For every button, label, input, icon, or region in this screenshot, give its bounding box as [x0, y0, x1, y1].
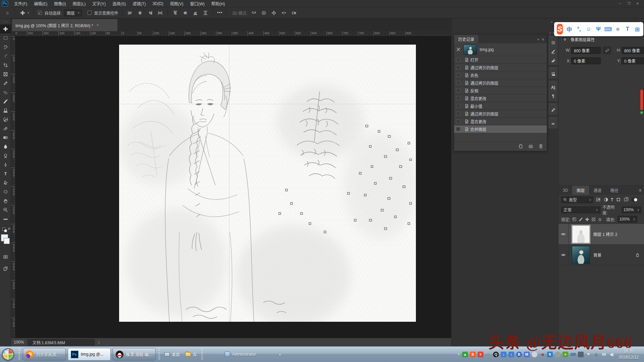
history-source-checkbox[interactable]: [456, 104, 460, 108]
lock-artboard-icon[interactable]: [591, 217, 596, 222]
lock-pixels-icon[interactable]: [579, 217, 583, 222]
user-toolbar[interactable]: Administrator: [225, 352, 256, 357]
toolbar-overflow-icon[interactable]: »: [279, 352, 281, 357]
auto-select-checkbox[interactable]: ✓: [38, 11, 42, 15]
taskbtn-qq[interactable]: 雁潭·湘枫·幽...: [113, 348, 156, 361]
history-entry[interactable]: 合并图层: [454, 125, 547, 133]
clone-source-panel-icon[interactable]: [548, 69, 558, 78]
filter-smart-objects-icon[interactable]: [623, 197, 629, 202]
screen-mode-button[interactable]: [0, 264, 11, 273]
history-source-checkbox[interactable]: [456, 112, 460, 116]
desktop-toolbar[interactable]: 桌面: [164, 352, 180, 357]
panel-collapse-icon[interactable]: »: [537, 37, 539, 41]
paragraph-panel-icon[interactable]: ¶: [548, 92, 558, 101]
status-chevron-icon[interactable]: 〉: [98, 340, 102, 345]
canvas[interactable]: [119, 45, 416, 322]
tab-layers[interactable]: 图层: [572, 186, 589, 195]
distribute-v-icon[interactable]: [202, 9, 209, 16]
ellipse-tool[interactable]: [0, 187, 11, 196]
tab-paths[interactable]: 路径: [606, 186, 623, 195]
layer-thumbnail[interactable]: [572, 225, 590, 243]
maximize-icon[interactable]: ❐: [625, 1, 633, 6]
tab-close-icon[interactable]: ×: [97, 23, 99, 27]
height-field[interactable]: 800 像素: [622, 47, 644, 54]
sogou-account-icon[interactable]: ☻: [614, 25, 621, 33]
sogou-voice-icon[interactable]: Ψ: [595, 25, 602, 33]
character-panel-icon[interactable]: A|: [548, 83, 558, 92]
swap-colors-icon[interactable]: ⇄: [8, 227, 10, 230]
show-transform-checkbox[interactable]: [88, 11, 92, 15]
gradient-tool[interactable]: [0, 133, 11, 142]
history-source-checkbox[interactable]: [456, 81, 460, 85]
delete-state-icon[interactable]: [538, 144, 543, 149]
history-source-checkbox[interactable]: [456, 88, 460, 93]
color-swatches[interactable]: [0, 234, 11, 248]
history-entry[interactable]: 打开: [454, 56, 547, 64]
eyedropper-tool[interactable]: [0, 79, 11, 88]
toolbar-grip[interactable]: [3, 19, 8, 23]
crop-tool[interactable]: [0, 61, 11, 70]
menu-item[interactable]: 滤镜(T): [129, 0, 149, 7]
move-tool[interactable]: [0, 24, 11, 34]
history-entry[interactable]: 通过拷贝的图层: [454, 79, 547, 87]
new-document-from-state-icon[interactable]: [518, 144, 523, 149]
brush-settings-panel-icon[interactable]: [548, 47, 558, 56]
align-left-icon[interactable]: [127, 9, 133, 16]
close-icon[interactable]: ✕: [634, 1, 641, 6]
move-tool-icon[interactable]: [19, 9, 26, 16]
layer-filter-dropdown[interactable]: 类型 ∨: [561, 196, 593, 203]
tool-preset-chevron-icon[interactable]: ∨: [27, 11, 30, 14]
history-entry[interactable]: 通过拷贝的图层: [454, 64, 547, 71]
distribute-h-icon[interactable]: [157, 9, 164, 16]
properties-panel-icon[interactable]: [548, 38, 558, 47]
pen-tool[interactable]: [0, 160, 11, 169]
sogou-skin-icon[interactable]: T: [624, 25, 631, 33]
history-entry[interactable]: 通过拷贝的图层: [454, 110, 547, 118]
layer-row-copy2[interactable]: 图层 1 拷贝 2: [558, 224, 644, 245]
history-source-checkbox[interactable]: [456, 119, 460, 123]
sogou-tone-icon[interactable]: °,: [576, 25, 582, 33]
history-panel-tab[interactable]: 历史记录: [454, 35, 478, 43]
history-entry[interactable]: 去色: [454, 71, 547, 79]
brush-tool[interactable]: [0, 97, 11, 106]
tab-3d[interactable]: 3D: [558, 186, 572, 195]
3d-camera-icon[interactable]: [290, 9, 297, 16]
tray-expand-icon[interactable]: »: [457, 353, 462, 356]
path-select-tool[interactable]: [0, 178, 11, 187]
y-field[interactable]: 0 像素: [622, 57, 644, 64]
align-bottom-icon[interactable]: [192, 9, 199, 16]
layer-thumbnail[interactable]: [572, 246, 590, 264]
tray-sogou-icon[interactable]: S: [470, 352, 476, 357]
width-field[interactable]: 800 像素: [571, 47, 601, 54]
history-source-checkbox[interactable]: [456, 73, 460, 77]
menu-item[interactable]: 窗口(W): [187, 0, 208, 7]
quick-mask-button[interactable]: [0, 252, 11, 261]
strip-expand-icon[interactable]: »: [549, 31, 551, 35]
menu-item[interactable]: 文字(Y): [89, 0, 109, 7]
dodge-tool[interactable]: [0, 151, 11, 160]
filter-type-layers-icon[interactable]: T: [611, 197, 613, 202]
brushes-panel-icon[interactable]: [548, 56, 558, 64]
opacity-field[interactable]: 100%∨: [622, 206, 641, 213]
zoom-tool[interactable]: [0, 205, 11, 215]
auto-select-dropdown[interactable]: 图层∨: [64, 9, 82, 16]
hand-tool[interactable]: [0, 196, 11, 205]
type-tool[interactable]: T: [0, 169, 11, 178]
align-top-icon[interactable]: [172, 9, 179, 16]
sogou-emoji-icon[interactable]: ☺: [585, 25, 592, 33]
tray-usb-eject-icon[interactable]: ▲: [462, 352, 468, 357]
3d-roll-icon[interactable]: [260, 9, 267, 16]
sogou-logo-icon[interactable]: S: [557, 24, 563, 35]
history-entry[interactable]: 混合更改: [454, 95, 547, 102]
lock-all-icon[interactable]: [598, 217, 602, 222]
history-source-checkbox[interactable]: [456, 58, 460, 62]
3d-slide-icon[interactable]: [280, 9, 287, 16]
mini-color-swatches[interactable]: ⇄: [0, 226, 11, 234]
marquee-tool[interactable]: [0, 34, 11, 43]
menu-item[interactable]: 帮助(H): [208, 0, 228, 7]
history-source-checkbox[interactable]: [456, 96, 460, 100]
filter-image-layers-icon[interactable]: [595, 197, 601, 202]
link-dimensions-icon[interactable]: [603, 47, 611, 54]
lock-position-icon[interactable]: [585, 217, 589, 222]
history-source-checkbox[interactable]: [456, 65, 460, 69]
